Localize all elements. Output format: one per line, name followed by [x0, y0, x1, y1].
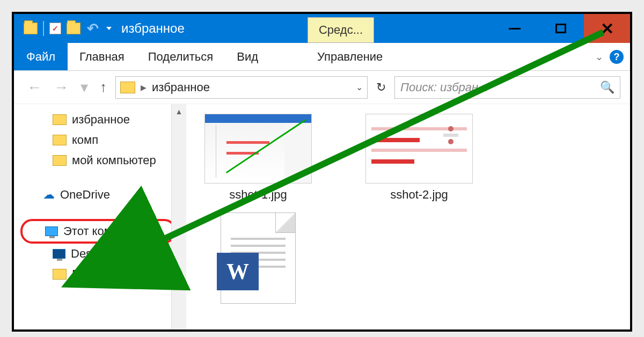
tab-file[interactable]: Файл: [14, 43, 68, 70]
tree-item-onedrive[interactable]: ☁OneDrive: [14, 185, 186, 205]
tab-manage[interactable]: Управление: [317, 43, 383, 71]
scroll-up-icon[interactable]: ▲: [172, 104, 186, 119]
search-icon: 🔍: [600, 80, 614, 94]
separator: [43, 21, 44, 36]
back-button[interactable]: ←: [24, 79, 45, 96]
tree-label: избранное: [72, 113, 130, 127]
search-placeholder: Поиск: избран...: [400, 80, 488, 94]
window-controls: ✕: [492, 14, 630, 43]
tree-item-mycomputer[interactable]: мой компьютер: [14, 150, 186, 171]
tree-item-video[interactable]: Видео: [14, 264, 186, 284]
tree-item-this-pc[interactable]: Этот компьютер: [20, 219, 176, 244]
address-dropdown-icon[interactable]: ⌄: [356, 82, 363, 92]
file-item[interactable]: sshot-2.jpg: [365, 114, 473, 320]
folder-icon: [53, 269, 67, 280]
navigation-pane: избранное комп мой компьютер ☁OneDrive Э…: [14, 104, 194, 329]
maximize-button[interactable]: [538, 14, 584, 43]
picture-tools-tab[interactable]: Средс...: [308, 17, 374, 43]
word-doc-icon[interactable]: W: [221, 213, 296, 304]
scrollbar[interactable]: ▲: [171, 104, 186, 329]
folder-icon: [53, 155, 67, 166]
tab-view[interactable]: Вид: [225, 43, 270, 70]
navigation-bar: ← → ▾ ↑ ▶ избранное ⌄ ↻ Поиск: избран...…: [14, 71, 630, 104]
tree-item-favorites[interactable]: избранное: [14, 109, 186, 130]
monitor-icon: [45, 226, 58, 236]
tab-home[interactable]: Главная: [68, 43, 136, 70]
ribbon: Файл Главная Поделиться Вид Управление ⌄…: [14, 43, 630, 71]
folder-icon: [120, 82, 135, 93]
content-pane: sshot-1.jpg W ss: [194, 104, 630, 329]
monitor-icon: [53, 249, 65, 259]
tree-label: Desktop: [71, 247, 114, 261]
tab-share[interactable]: Поделиться: [136, 43, 225, 70]
quick-access-toolbar: ✓ ↶: [14, 20, 112, 37]
help-icon[interactable]: ?: [610, 50, 624, 64]
undo-icon[interactable]: ↶: [86, 20, 100, 37]
search-box[interactable]: Поиск: избран... 🔍: [394, 76, 620, 99]
cloud-icon: ☁: [43, 188, 55, 202]
breadcrumb-chevron-icon[interactable]: ▶: [141, 83, 147, 92]
collapse-ribbon-icon[interactable]: ⌄: [595, 51, 603, 63]
tree-label: мой компьютер: [72, 153, 156, 167]
refresh-button[interactable]: ↻: [373, 80, 389, 94]
recent-dropdown[interactable]: ▾: [77, 78, 91, 96]
address-bar[interactable]: ▶ избранное ⌄: [115, 76, 368, 99]
folder-icon[interactable]: [24, 23, 38, 34]
tree-label: OneDrive: [60, 188, 110, 202]
word-badge-icon: W: [217, 253, 259, 290]
close-button[interactable]: ✕: [584, 14, 630, 43]
tree-label: Этот компьютер: [63, 224, 152, 238]
svg-line-0: [226, 120, 306, 173]
titlebar: ✓ ↶ избранное Средс... ✕: [14, 14, 630, 43]
properties-icon[interactable]: ✓: [49, 23, 61, 34]
thumbnail: [204, 114, 312, 184]
folder-icon: [53, 114, 67, 125]
file-name: sshot-2.jpg: [390, 188, 448, 202]
breadcrumb-location[interactable]: избранное: [152, 80, 210, 94]
file-name: sshot-1.jpg: [229, 188, 287, 202]
up-button[interactable]: ↑: [97, 79, 110, 96]
tree-label: Видео: [72, 267, 106, 281]
window-title: избранное: [121, 21, 185, 36]
tree-item-comp[interactable]: комп: [14, 130, 186, 150]
folder-icon: [53, 135, 67, 145]
qat-dropdown-icon[interactable]: [106, 27, 112, 30]
tree-item-desktop[interactable]: Desktop: [14, 244, 186, 264]
tree-label: комп: [72, 133, 98, 147]
forward-button[interactable]: →: [50, 79, 72, 96]
thumbnail: [365, 114, 473, 184]
new-folder-icon[interactable]: [67, 23, 80, 34]
minimize-button[interactable]: [492, 14, 538, 43]
file-item[interactable]: sshot-1.jpg W: [204, 114, 312, 320]
